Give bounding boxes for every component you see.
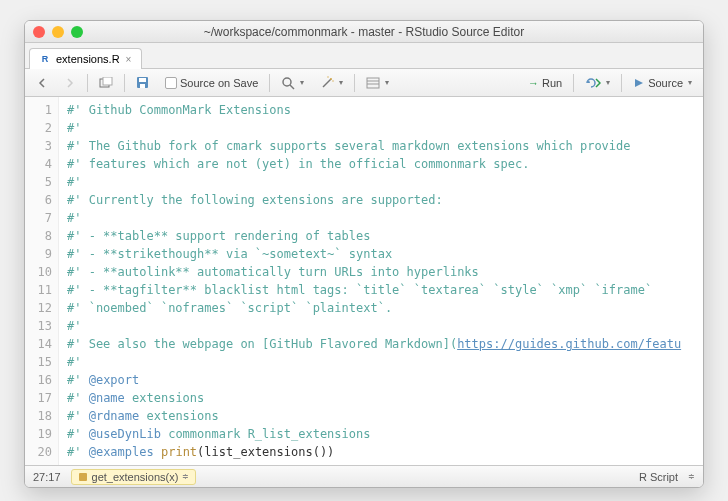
code-line[interactable]: #' features which are not (yet) in the o… — [67, 155, 703, 173]
wand-button[interactable] — [315, 74, 348, 92]
code-line[interactable]: #' @export — [67, 371, 703, 389]
source-on-save-checkbox[interactable]: Source on Save — [160, 75, 263, 91]
code-line[interactable]: #' - **table** support rendering of tabl… — [67, 227, 703, 245]
line-number: 18 — [25, 407, 52, 425]
code-line[interactable]: #' - **autolink** automatically turn URL… — [67, 263, 703, 281]
code-line[interactable]: #' @useDynLib commonmark R_list_extensio… — [67, 425, 703, 443]
source-button[interactable]: Source — [628, 75, 697, 91]
line-gutter: 1234567891011121314151617181920 — [25, 97, 59, 465]
code-line[interactable]: #' @name extensions — [67, 389, 703, 407]
divider — [573, 74, 574, 92]
toolbar: Source on Save → Run Source — [25, 69, 703, 97]
code-area[interactable]: #' Github CommonMark Extensions#'#' The … — [59, 97, 703, 465]
svg-point-8 — [330, 78, 332, 80]
status-bar: 27:17 get_extensions(x) ≑ R Script ≑ — [25, 465, 703, 487]
svg-rect-11 — [367, 78, 379, 88]
line-number: 19 — [25, 425, 52, 443]
line-number: 14 — [25, 335, 52, 353]
fn-icon — [78, 472, 88, 482]
divider — [87, 74, 88, 92]
code-line[interactable]: #' — [67, 173, 703, 191]
code-line[interactable]: #' — [67, 209, 703, 227]
rerun-button[interactable] — [580, 75, 615, 91]
line-number: 20 — [25, 443, 52, 461]
forward-button[interactable] — [59, 75, 81, 91]
close-icon[interactable] — [33, 26, 45, 38]
titlebar: ~/workspace/commonmark - master - RStudi… — [25, 21, 703, 43]
line-number: 7 — [25, 209, 52, 227]
line-number: 16 — [25, 371, 52, 389]
chevron-icon: ≑ — [182, 472, 189, 481]
line-number: 9 — [25, 245, 52, 263]
cursor-position: 27:17 — [33, 471, 61, 483]
function-navigator[interactable]: get_extensions(x) ≑ — [71, 469, 197, 485]
code-line[interactable]: #' — [67, 317, 703, 335]
tab-close-icon[interactable]: × — [124, 54, 134, 65]
divider — [354, 74, 355, 92]
run-arrow-icon: → — [528, 77, 539, 89]
code-line[interactable]: #' — [67, 119, 703, 137]
function-name: get_extensions(x) — [92, 471, 179, 483]
maximize-icon[interactable] — [71, 26, 83, 38]
line-number: 12 — [25, 299, 52, 317]
code-line[interactable]: #' The Github fork of cmark supports sev… — [67, 137, 703, 155]
code-line[interactable]: #' Currently the following extensions ar… — [67, 191, 703, 209]
line-number: 5 — [25, 173, 52, 191]
chevron-icon: ≑ — [688, 472, 695, 481]
tab-active[interactable]: R extensions.R × — [29, 48, 142, 69]
line-number: 13 — [25, 317, 52, 335]
back-button[interactable] — [31, 75, 53, 91]
code-line[interactable]: #' @examples print(list_extensions()) — [67, 443, 703, 461]
divider — [621, 74, 622, 92]
language-mode[interactable]: R Script — [639, 471, 678, 483]
svg-rect-1 — [103, 77, 112, 85]
svg-rect-14 — [79, 473, 87, 481]
traffic-lights — [33, 26, 83, 38]
line-number: 15 — [25, 353, 52, 371]
line-number: 6 — [25, 191, 52, 209]
code-editor[interactable]: 1234567891011121314151617181920 #' Githu… — [25, 97, 703, 465]
line-number: 17 — [25, 389, 52, 407]
code-line[interactable]: #' `noembed` `noframes` `script` `plaint… — [67, 299, 703, 317]
show-in-new-window-button[interactable] — [94, 75, 118, 91]
source-on-save-label: Source on Save — [180, 77, 258, 89]
svg-rect-4 — [140, 84, 145, 88]
svg-line-7 — [323, 79, 331, 87]
r-file-icon: R — [38, 52, 52, 66]
line-number: 3 — [25, 137, 52, 155]
svg-point-10 — [333, 80, 334, 81]
window-title: ~/workspace/commonmark - master - RStudi… — [33, 25, 695, 39]
save-button[interactable] — [131, 74, 154, 91]
window: ~/workspace/commonmark - master - RStudi… — [24, 20, 704, 488]
code-line[interactable]: #' - **strikethough** via `~sometext~` s… — [67, 245, 703, 263]
line-number: 8 — [25, 227, 52, 245]
line-number: 11 — [25, 281, 52, 299]
run-label: Run — [542, 77, 562, 89]
code-line[interactable]: #' — [67, 353, 703, 371]
tab-filename: extensions.R — [56, 53, 120, 65]
svg-point-9 — [328, 76, 329, 77]
line-number: 10 — [25, 263, 52, 281]
source-label: Source — [648, 77, 683, 89]
run-button[interactable]: → Run — [523, 75, 567, 91]
svg-point-5 — [283, 78, 291, 86]
code-line[interactable]: #' See also the webpage on [GitHub Flavo… — [67, 335, 703, 353]
checkbox-icon — [165, 77, 177, 89]
find-button[interactable] — [276, 74, 309, 92]
code-line[interactable]: #' - **tagfilter** blacklist html tags: … — [67, 281, 703, 299]
svg-line-6 — [290, 85, 294, 89]
divider — [269, 74, 270, 92]
line-number: 4 — [25, 155, 52, 173]
tab-bar: R extensions.R × — [25, 43, 703, 69]
svg-rect-3 — [139, 78, 146, 82]
code-line[interactable]: #' Github CommonMark Extensions — [67, 101, 703, 119]
minimize-icon[interactable] — [52, 26, 64, 38]
code-line[interactable]: #' @rdname extensions — [67, 407, 703, 425]
notebook-button[interactable] — [361, 75, 394, 91]
line-number: 1 — [25, 101, 52, 119]
divider — [124, 74, 125, 92]
line-number: 2 — [25, 119, 52, 137]
